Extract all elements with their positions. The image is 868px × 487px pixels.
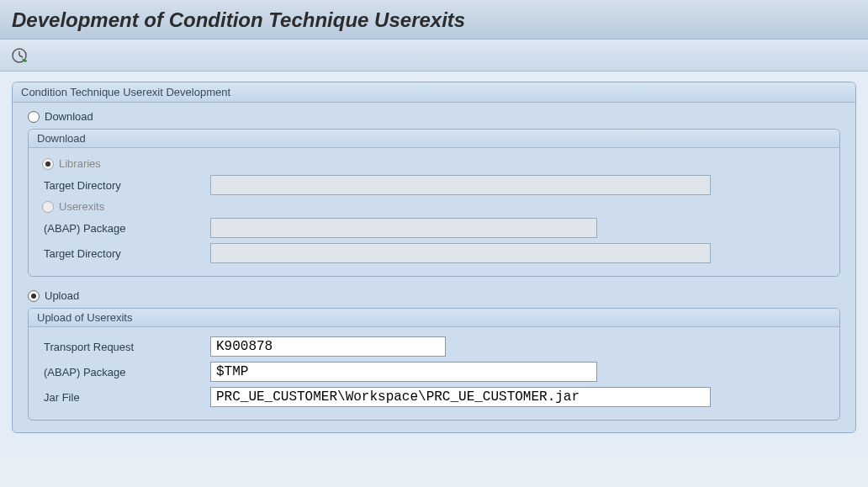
userexits-package-label: (ABAP) Package bbox=[42, 222, 210, 235]
upload-group-body: Transport Request (ABAP) Package Jar Fil… bbox=[29, 327, 839, 420]
userexits-target-dir-label: Target Directory bbox=[42, 247, 210, 260]
userexits-package-input[interactable] bbox=[210, 218, 597, 238]
userexits-radio-row: Userexits bbox=[42, 198, 826, 215]
execute-button[interactable] bbox=[8, 45, 30, 66]
transport-request-row: Transport Request bbox=[42, 334, 826, 359]
userexits-radio[interactable] bbox=[42, 201, 54, 213]
page-title: Development of Condition Technique Usere… bbox=[12, 8, 856, 32]
download-group: Download Libraries Target Directory User… bbox=[28, 129, 840, 277]
download-radio-row: Download bbox=[28, 108, 840, 125]
title-bar: Development of Condition Technique Usere… bbox=[0, 0, 868, 40]
upload-radio-row: Upload bbox=[28, 287, 840, 304]
libraries-target-dir-label: Target Directory bbox=[42, 179, 210, 192]
svg-line-2 bbox=[19, 56, 23, 57]
userexits-package-row: (ABAP) Package bbox=[42, 215, 826, 241]
upload-package-input[interactable] bbox=[210, 362, 597, 382]
download-group-body: Libraries Target Directory Userexits (AB… bbox=[29, 148, 839, 276]
download-radio[interactable] bbox=[28, 111, 40, 123]
jar-file-input[interactable] bbox=[210, 387, 711, 407]
clock-execute-icon bbox=[11, 47, 28, 64]
libraries-radio-row: Libraries bbox=[42, 155, 826, 172]
upload-radio[interactable] bbox=[28, 290, 40, 302]
upload-group-header: Upload of Userexits bbox=[29, 309, 839, 327]
content-area: Condition Technique Userexit Development… bbox=[0, 71, 868, 453]
jar-file-row: Jar File bbox=[42, 384, 826, 410]
jar-file-label: Jar File bbox=[42, 391, 210, 404]
main-groupbox-header: Condition Technique Userexit Development bbox=[13, 82, 855, 103]
userexits-radio-label: Userexits bbox=[59, 200, 104, 213]
userexits-target-dir-input[interactable] bbox=[210, 243, 711, 263]
upload-radio-label: Upload bbox=[45, 289, 79, 302]
download-radio-label: Download bbox=[45, 110, 93, 123]
toolbar bbox=[0, 40, 868, 71]
upload-group: Upload of Userexits Transport Request (A… bbox=[28, 308, 840, 421]
main-groupbox: Condition Technique Userexit Development… bbox=[12, 82, 856, 433]
transport-request-input[interactable] bbox=[210, 336, 446, 357]
userexits-target-dir-row: Target Directory bbox=[42, 241, 826, 266]
upload-package-row: (ABAP) Package bbox=[42, 359, 826, 384]
libraries-target-dir-row: Target Directory bbox=[42, 172, 826, 198]
libraries-radio[interactable] bbox=[42, 158, 54, 170]
libraries-radio-label: Libraries bbox=[59, 157, 101, 170]
transport-request-label: Transport Request bbox=[42, 341, 210, 353]
main-groupbox-body: Download Download Libraries Target Direc… bbox=[13, 103, 855, 432]
upload-package-label: (ABAP) Package bbox=[42, 366, 210, 378]
libraries-target-dir-input[interactable] bbox=[210, 175, 711, 195]
download-group-header: Download bbox=[29, 130, 839, 148]
